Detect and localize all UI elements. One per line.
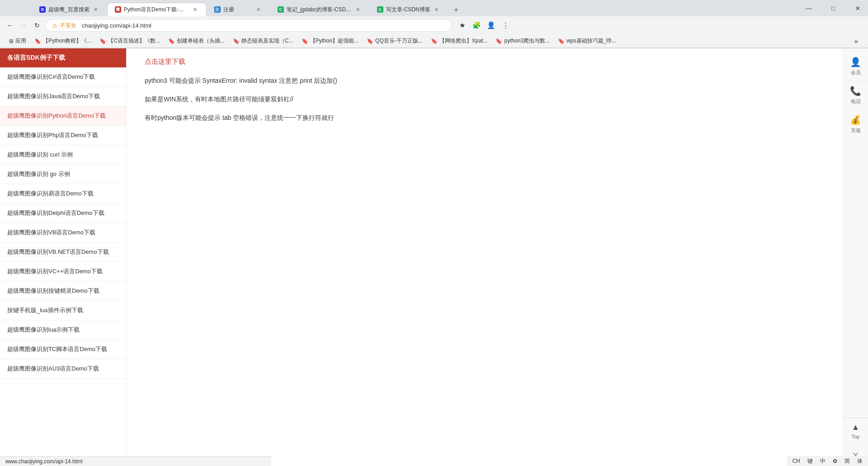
new-tab-button[interactable]: + — [450, 4, 462, 16]
tab-favicon-python: 鹰 — [115, 6, 121, 13]
tab-close-register[interactable]: ✕ — [255, 6, 262, 13]
address-prefix: 不安全 — [60, 22, 76, 29]
sidebar-item-vb[interactable]: 超级鹰图像识别VB语言Demo下载 — [0, 223, 126, 243]
forward-button[interactable]: → — [17, 19, 30, 32]
star-icon[interactable]: ★ — [456, 19, 468, 32]
menu-icon[interactable]: ⋮ — [499, 19, 512, 32]
ime-jian[interactable]: 简 — [843, 457, 852, 465]
bookmark-label-1: 【Python教程】《... — [43, 37, 91, 45]
minimize-button[interactable]: — — [798, 0, 819, 16]
bookmark-icon-8: 🔖 — [495, 38, 502, 44]
status-url: www.chaojiying.com/api-14.html — [5, 458, 83, 465]
tab-baidu[interactable]: B 超级鹰_百度搜索 ✕ — [32, 3, 107, 16]
sidebar: 各语言SDK例子下载 超级鹰图像识别C#语言Demo下载 超级鹰图像识别Java… — [0, 48, 127, 466]
sidebar-item-delphi[interactable]: 超级鹰图像识别Delphi语言Demo下载 — [0, 204, 126, 223]
sidebar-item-anjian-lua[interactable]: 按键手机版_lua插件示例下载 — [0, 301, 126, 320]
tab-title-baidu: 超级鹰_百度搜索 — [48, 6, 90, 14]
tab-favicon-csdn2: C — [377, 6, 383, 13]
tab-close-csdn2[interactable]: ✕ — [433, 6, 440, 13]
right-widgets: 👤 会员 📞 电话 💰 充值 ▲ Top ✕ — [843, 48, 868, 466]
tab-register[interactable]: 注 注册 ✕ — [207, 3, 270, 16]
bookmark-2[interactable]: 🔖 【C语言描述】《数... — [96, 36, 164, 46]
sidebar-item-lua[interactable]: 超级鹰图像识别lua示例下载 — [0, 320, 126, 340]
tab-close-python[interactable]: ✕ — [192, 6, 199, 13]
content-paragraph-2: 如果是WIN系统，有时本地图片路径可能须要双斜杠// — [145, 94, 825, 105]
tab-favicon-baidu: B — [39, 6, 46, 13]
sidebar-item-vbnet[interactable]: 超级鹰图像识别VB.NET语言Demo下载 — [0, 243, 126, 262]
status-bar: www.chaojiying.com/api-14.html — [0, 456, 271, 466]
ime-zhong[interactable]: 中 — [818, 457, 827, 465]
bookmark-5[interactable]: 🔖 【Python】超强能... — [298, 36, 362, 46]
bookmark-label-7: 【网络爬虫】Xpat... — [439, 37, 488, 45]
extensions-icon[interactable]: 🧩 — [470, 19, 483, 32]
main-content: 点击这里下载 python3 可能会提示 SyntaxError: invali… — [127, 48, 843, 466]
bookmark-label-5: 【Python】超强能... — [310, 37, 359, 45]
back-button[interactable]: ← — [4, 19, 16, 32]
top-button[interactable]: ▲ Top — [843, 418, 868, 444]
ime-ti[interactable]: 体 — [855, 457, 864, 465]
close-button[interactable]: ✕ — [847, 0, 868, 16]
address-url: chaojiying.com/api-14.html — [82, 22, 151, 29]
top-button-label: Top — [852, 434, 860, 439]
tab-title-csdn2: 写文章-CSDN博客 — [386, 6, 430, 14]
bottom-right-bar: CH 键 中 ✿ 简 体 — [787, 456, 868, 466]
bookmark-apps[interactable]: ⊞ 应用 — [5, 36, 30, 46]
bookmark-1[interactable]: 🔖 【Python教程】《... — [31, 36, 95, 46]
refresh-button[interactable]: ↻ — [31, 19, 43, 32]
tabs-bar: ← → ↻ B 超级鹰_百度搜索 ✕ 鹰 Python语言Demo下载-超级鹰.… — [0, 0, 868, 16]
phone-icon: 📞 — [850, 86, 861, 96]
tab-close-csdn1[interactable]: ✕ — [354, 6, 362, 13]
bookmark-4[interactable]: 🔖 静态链表及实现（C... — [229, 36, 297, 46]
page-wrapper: 各语言SDK例子下载 超级鹰图像识别C#语言Demo下载 超级鹰图像识别Java… — [0, 48, 868, 466]
bookmark-8[interactable]: 🔖 python3爬虫与数... — [492, 36, 553, 46]
apps-icon: ⊞ — [9, 38, 14, 44]
bookmark-icon-3: 🔖 — [168, 38, 175, 44]
sidebar-item-au3[interactable]: 超级鹰图像识别AU3语言Demo下载 — [0, 359, 126, 379]
bookmark-3[interactable]: 🔖 创建单链表（头插... — [165, 36, 228, 46]
download-link[interactable]: 点击这里下载 — [145, 57, 185, 66]
sidebar-item-python[interactable]: 超级鹰图像识别Python语言Demo下载 — [0, 106, 126, 126]
ime-ch[interactable]: CH — [791, 458, 802, 464]
tab-python[interactable]: 鹰 Python语言Demo下载-超级鹰... ✕ — [107, 3, 207, 16]
sidebar-item-csharp[interactable]: 超级鹰图像识别C#语言Demo下载 — [0, 67, 126, 87]
sidebar-item-go[interactable]: 超级鹰图像识别 go 示例 — [0, 165, 126, 184]
sidebar-item-vc[interactable]: 超级鹰图像识别VC++语言Demo下载 — [0, 262, 126, 281]
bookmarks-more-icon[interactable]: » — [850, 35, 863, 48]
bookmark-label-apps: 应用 — [15, 37, 26, 45]
bookmark-icon-6: 🔖 — [367, 38, 373, 44]
sidebar-item-java[interactable]: 超级鹰图像识别Java语言Demo下载 — [0, 87, 126, 106]
member-icon: 👤 — [850, 57, 861, 67]
address-bar-row: ⚠ 不安全 chaojiying.com/api-14.html ★ 🧩 👤 ⋮ — [0, 16, 868, 34]
bookmark-label-9: wps基础技巧篇_哔... — [566, 37, 616, 45]
tab-title-csdn1: 笔记_jgdabc的博客-CSDN博客 — [287, 6, 352, 14]
ime-key[interactable]: 键 — [806, 457, 815, 465]
ime-flower[interactable]: ✿ — [831, 458, 839, 464]
maximize-button[interactable]: □ — [823, 0, 844, 16]
bookmark-label-4: 静态链表及实现（C... — [241, 37, 293, 45]
tab-title-python: Python语言Demo下载-超级鹰... — [124, 6, 189, 14]
tab-close-baidu[interactable]: ✕ — [92, 6, 99, 13]
content-paragraph-3: 有时python版本可能会提示 tab 空格错误，注意统一一下换行符就行 — [145, 112, 825, 124]
sidebar-item-tc[interactable]: 超级鹰图像识别TC脚本语言Demo下载 — [0, 340, 126, 359]
widget-label-phone: 电话 — [851, 98, 861, 105]
sidebar-item-anjian[interactable]: 超级鹰图像识别按键精灵Demo下载 — [0, 281, 126, 301]
recharge-icon: 💰 — [850, 114, 861, 125]
browser-chrome: ← → ↻ B 超级鹰_百度搜索 ✕ 鹰 Python语言Demo下载-超级鹰.… — [0, 0, 868, 48]
toolbar-icons: ★ 🧩 👤 ⋮ — [456, 19, 512, 32]
bookmarks-bar: ⊞ 应用 🔖 【Python教程】《... 🔖 【C语言描述】《数... 🔖 创… — [0, 34, 868, 48]
tab-csdn1[interactable]: C 笔记_jgdabc的博客-CSDN博客 ✕ — [270, 3, 369, 16]
tab-csdn2[interactable]: C 写文章-CSDN博客 ✕ — [369, 3, 448, 16]
address-bar[interactable]: ⚠ 不安全 chaojiying.com/api-14.html — [45, 19, 452, 32]
tab-favicon-csdn1: C — [278, 6, 284, 13]
bookmark-icon-5: 🔖 — [302, 38, 308, 44]
sidebar-item-php[interactable]: 超级鹰图像识别Php语言Demo下载 — [0, 126, 126, 145]
bookmark-9[interactable]: 🔖 wps基础技巧篇_哔... — [554, 36, 620, 46]
profile-icon[interactable]: 👤 — [485, 19, 497, 32]
sidebar-item-curl[interactable]: 超级鹰图像识别 curl 示例 — [0, 145, 126, 165]
widget-member[interactable]: 👤 会员 — [843, 52, 868, 81]
widget-phone[interactable]: 📞 电话 — [843, 81, 868, 110]
bookmark-6[interactable]: 🔖 QQ音乐-千万正版... — [363, 36, 426, 46]
sidebar-item-easy[interactable]: 超级鹰图像识别易语言Demo下载 — [0, 184, 126, 204]
widget-recharge[interactable]: 💰 充值 — [843, 110, 868, 139]
bookmark-7[interactable]: 🔖 【网络爬虫】Xpat... — [427, 36, 491, 46]
